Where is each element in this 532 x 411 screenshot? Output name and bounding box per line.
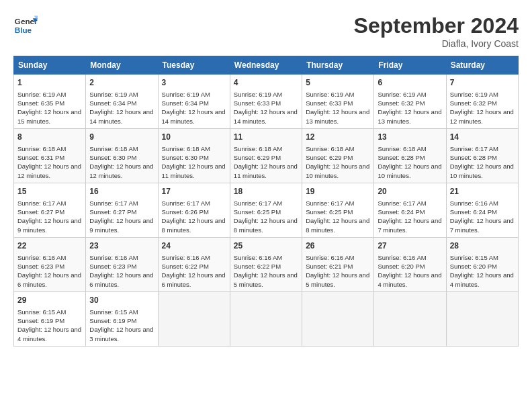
day-number: 13 xyxy=(378,132,442,143)
day-info: Sunrise: 6:17 AM xyxy=(234,199,298,208)
day-info: Sunset: 6:19 PM xyxy=(89,316,154,325)
logo: General Blue xyxy=(13,13,38,38)
day-info: Sunset: 6:26 PM xyxy=(162,208,226,216)
day-info: Sunrise: 6:16 AM xyxy=(450,199,515,208)
day-info: Sunset: 6:32 PM xyxy=(378,99,442,107)
day-info: Sunset: 6:24 PM xyxy=(450,208,515,216)
day-info: Daylight: 12 hours and 12 minutes. xyxy=(89,162,154,180)
day-info: Daylight: 12 hours and 14 minutes. xyxy=(89,107,154,126)
day-info: Daylight: 12 hours and 9 minutes. xyxy=(17,216,82,234)
day-info: Sunrise: 6:19 AM xyxy=(450,90,515,99)
day-info: Daylight: 12 hours and 7 minutes. xyxy=(450,216,515,234)
day-info: Sunrise: 6:16 AM xyxy=(17,253,82,262)
day-info: Daylight: 12 hours and 4 minutes. xyxy=(17,325,82,343)
calendar-cell: 19Sunrise: 6:17 AMSunset: 6:25 PMDayligh… xyxy=(302,183,374,237)
calendar-cell: 9Sunrise: 6:18 AMSunset: 6:30 PMDaylight… xyxy=(86,128,158,183)
day-info: Sunrise: 6:17 AM xyxy=(306,199,370,208)
day-info: Sunset: 6:29 PM xyxy=(234,153,298,162)
day-info: Sunrise: 6:17 AM xyxy=(17,199,82,208)
day-info: Sunset: 6:34 PM xyxy=(162,99,226,107)
day-number: 28 xyxy=(450,240,515,252)
day-number: 1 xyxy=(17,77,82,89)
day-number: 16 xyxy=(89,186,154,197)
day-number: 6 xyxy=(378,77,442,89)
day-info: Sunrise: 6:18 AM xyxy=(89,144,154,153)
day-number: 2 xyxy=(89,77,154,89)
day-info: Sunrise: 6:15 AM xyxy=(89,308,154,316)
calendar-cell: 10Sunrise: 6:18 AMSunset: 6:30 PMDayligh… xyxy=(158,128,230,183)
calendar-cell xyxy=(374,291,446,346)
calendar-cell: 1Sunrise: 6:19 AMSunset: 6:35 PMDaylight… xyxy=(14,75,86,129)
day-info: Daylight: 12 hours and 11 minutes. xyxy=(162,162,226,180)
day-info: Sunset: 6:19 PM xyxy=(17,316,82,325)
day-info: Daylight: 12 hours and 8 minutes. xyxy=(234,216,298,234)
day-info: Daylight: 12 hours and 13 minutes. xyxy=(378,107,442,126)
day-info: Daylight: 12 hours and 5 minutes. xyxy=(234,271,298,289)
title-area: September 2024 Diafla, Ivory Coast xyxy=(354,13,519,49)
day-info: Sunset: 6:25 PM xyxy=(306,208,370,216)
calendar-cell xyxy=(158,291,230,346)
week-row-5: 29Sunrise: 6:15 AMSunset: 6:19 PMDayligh… xyxy=(14,291,519,346)
day-number: 8 xyxy=(17,132,82,143)
day-info: Sunset: 6:20 PM xyxy=(378,262,442,271)
day-info: Sunrise: 6:18 AM xyxy=(17,144,82,153)
day-info: Sunrise: 6:18 AM xyxy=(306,144,370,153)
day-info: Daylight: 12 hours and 8 minutes. xyxy=(306,216,370,234)
calendar-cell: 3Sunrise: 6:19 AMSunset: 6:34 PMDaylight… xyxy=(158,75,230,129)
day-number: 22 xyxy=(17,240,82,252)
calendar-cell: 30Sunrise: 6:15 AMSunset: 6:19 PMDayligh… xyxy=(86,291,158,346)
day-info: Sunset: 6:30 PM xyxy=(162,153,226,162)
day-number: 11 xyxy=(234,132,298,143)
calendar-cell: 28Sunrise: 6:15 AMSunset: 6:20 PMDayligh… xyxy=(446,237,518,291)
header-tuesday: Tuesday xyxy=(158,56,230,75)
week-row-3: 15Sunrise: 6:17 AMSunset: 6:27 PMDayligh… xyxy=(14,183,519,237)
day-info: Sunrise: 6:16 AM xyxy=(234,253,298,262)
header-thursday: Thursday xyxy=(302,56,374,75)
day-info: Sunset: 6:28 PM xyxy=(450,153,515,162)
day-number: 9 xyxy=(89,132,154,143)
day-info: Sunrise: 6:19 AM xyxy=(306,90,370,99)
header-monday: Monday xyxy=(86,56,158,75)
day-info: Sunset: 6:28 PM xyxy=(378,153,442,162)
header-sunday: Sunday xyxy=(14,56,86,75)
day-info: Sunset: 6:21 PM xyxy=(306,262,370,271)
day-number: 17 xyxy=(162,186,226,197)
day-info: Sunset: 6:24 PM xyxy=(378,208,442,216)
day-info: Sunset: 6:33 PM xyxy=(234,99,298,107)
day-info: Sunset: 6:29 PM xyxy=(306,153,370,162)
day-number: 15 xyxy=(17,186,82,197)
day-info: Sunrise: 6:15 AM xyxy=(450,253,515,262)
calendar-cell: 6Sunrise: 6:19 AMSunset: 6:32 PMDaylight… xyxy=(374,75,446,129)
day-info: Sunset: 6:23 PM xyxy=(17,262,82,271)
week-row-4: 22Sunrise: 6:16 AMSunset: 6:23 PMDayligh… xyxy=(14,237,519,291)
day-info: Sunset: 6:35 PM xyxy=(17,99,82,107)
calendar-cell: 25Sunrise: 6:16 AMSunset: 6:22 PMDayligh… xyxy=(230,237,302,291)
calendar-cell: 16Sunrise: 6:17 AMSunset: 6:27 PMDayligh… xyxy=(86,183,158,237)
logo-icon: General Blue xyxy=(13,13,38,38)
day-number: 23 xyxy=(89,240,154,252)
day-info: Daylight: 12 hours and 6 minutes. xyxy=(162,271,226,289)
header-friday: Friday xyxy=(374,56,446,75)
calendar-cell: 20Sunrise: 6:17 AMSunset: 6:24 PMDayligh… xyxy=(374,183,446,237)
day-info: Sunset: 6:22 PM xyxy=(162,262,226,271)
day-info: Sunrise: 6:17 AM xyxy=(162,199,226,208)
day-number: 12 xyxy=(306,132,370,143)
day-number: 29 xyxy=(17,295,82,306)
day-info: Sunset: 6:23 PM xyxy=(89,262,154,271)
day-info: Sunrise: 6:18 AM xyxy=(378,144,442,153)
month-title: September 2024 xyxy=(354,13,519,38)
calendar-cell: 26Sunrise: 6:16 AMSunset: 6:21 PMDayligh… xyxy=(302,237,374,291)
day-info: Sunrise: 6:17 AM xyxy=(89,199,154,208)
day-info: Daylight: 12 hours and 6 minutes. xyxy=(89,271,154,289)
day-info: Daylight: 12 hours and 10 minutes. xyxy=(306,162,370,180)
day-info: Daylight: 12 hours and 14 minutes. xyxy=(162,107,226,126)
day-info: Sunset: 6:30 PM xyxy=(89,153,154,162)
day-info: Sunrise: 6:18 AM xyxy=(162,144,226,153)
calendar-table: SundayMondayTuesdayWednesdayThursdayFrid… xyxy=(13,56,519,347)
day-info: Sunrise: 6:19 AM xyxy=(162,90,226,99)
day-info: Daylight: 12 hours and 4 minutes. xyxy=(450,271,515,289)
day-info: Sunset: 6:22 PM xyxy=(234,262,298,271)
page-header: General Blue September 2024 Diafla, Ivor… xyxy=(13,13,519,49)
day-info: Sunrise: 6:18 AM xyxy=(234,144,298,153)
day-number: 4 xyxy=(234,77,298,89)
